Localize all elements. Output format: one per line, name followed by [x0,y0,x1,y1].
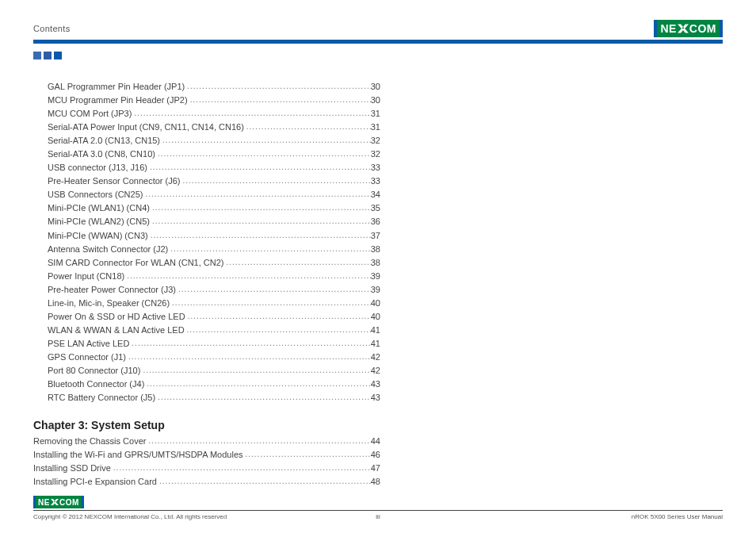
toc-page: 43 [371,391,380,405]
toc-line[interactable]: Power On & SSD or HD Active LED40 [48,310,380,324]
decor-squares [33,52,723,59]
toc-page: 30 [371,94,380,107]
toc-page: 37 [371,229,380,243]
toc-chapter-list: Removing the Chassis Cover44Installing t… [48,435,380,489]
toc-page: 39 [371,270,380,283]
toc-leader-dots [129,337,370,350]
toc-label: Mini-PCIe (WLAN1) (CN4) [48,201,150,215]
header: Contents NE COM [33,19,723,38]
toc-line[interactable]: Power Input (CN18)39 [48,270,380,283]
toc-label: Removing the Chassis Cover [33,435,146,448]
toc-leader-dots [181,174,371,187]
toc-line[interactable]: Serial-ATA Power Input (CN9, CN11, CN14,… [48,121,380,134]
toc-line[interactable]: Removing the Chassis Cover44 [33,435,380,448]
toc-line[interactable]: USB Connectors (CN25)34 [48,188,380,201]
logo-right: COM [689,22,716,35]
logo-x-icon [678,23,689,34]
chapter-heading: Chapter 3: System Setup [33,419,380,431]
toc-label: SIM CARD Connector For WLAN (CN1, CN2) [48,256,224,270]
toc-label: MCU COM Port (JP3) [48,107,132,121]
toc-line[interactable]: Mini-PCIe (WLAN2) (CN5)36 [48,215,380,228]
toc-leader-dots [148,229,371,242]
toc-label: Installing PCI-e Expansion Card [33,475,157,489]
toc-line[interactable]: WLAN & WWAN & LAN Active LED41 [48,324,380,337]
toc-page: 32 [371,148,380,161]
toc-page: 47 [371,462,380,475]
logo-text: NE COM [36,496,82,508]
toc-label: Serial-ATA Power Input (CN9, CN11, CN14,… [48,121,244,134]
toc-line[interactable]: GAL Programmer Pin Header (JP1) 30 [48,80,380,94]
header-rule [33,40,723,44]
decor-square [44,52,52,59]
toc-line[interactable]: Installing PCI-e Expansion Card48 [33,475,380,489]
toc-leader-dots [150,215,371,228]
toc-page: 36 [371,215,380,228]
footer-rule [33,510,723,511]
toc-line[interactable]: Mini-PCIe (WWAN) (CN3)37 [48,229,380,243]
toc-page: 44 [371,435,380,448]
toc-line[interactable]: Serial-ATA 3.0 (CN8, CN10)32 [48,148,380,161]
toc-page: 33 [371,174,380,188]
toc-page: 31 [371,121,380,134]
toc-label: WLAN & WWAN & LAN Active LED [48,324,185,337]
toc-line[interactable]: Serial-ATA 2.0 (CN13, CN15)32 [48,134,380,148]
toc-line[interactable]: MCU COM Port (JP3)31 [48,107,380,121]
toc-leader-dots [155,148,371,160]
toc-line[interactable]: MCU Programmer Pin Header (JP2)30 [48,94,380,107]
toc-leader-dots [168,243,371,255]
toc-label: Mini-PCIe (WWAN) (CN3) [48,229,148,243]
toc-leader-dots [111,462,371,474]
toc-line[interactable]: Mini-PCIe (WLAN1) (CN4)35 [48,201,380,215]
toc-label: Port 80 Connector (J10) [48,364,140,378]
toc-line[interactable]: PSE LAN Active LED 41 [48,337,380,351]
toc-page: 30 [371,80,380,94]
footer: NE COM Copyright © 2012 NEXCOM Internati… [33,496,723,520]
toc-line[interactable]: Installing SSD Drive47 [33,462,380,475]
toc-line[interactable]: Antenna Switch Connector (J2)38 [48,243,380,256]
brand-logo: NE COM [654,20,723,37]
toc-line[interactable]: Port 80 Connector (J10)42 [48,364,380,378]
decor-square [33,52,41,59]
toc-page: 38 [371,243,380,256]
toc-label: GPS Connector (J1) [48,351,126,364]
footer-row: Copyright © 2012 NEXCOM International Co… [33,513,723,520]
toc-label: Antenna Switch Connector (J2) [48,243,168,256]
toc-page: 40 [371,310,380,324]
toc-page: 48 [371,475,380,489]
toc-line[interactable]: Line-in, Mic-in, Speaker (CN26)40 [48,297,380,310]
toc-label: PSE LAN Active LED [48,337,129,351]
toc-leader-dots [224,256,371,269]
toc-line[interactable]: RTC Battery Connector (J5)43 [48,391,380,405]
toc-leader-dots [144,378,370,390]
toc-line[interactable]: Pre-Heater Sensor Connector (J6)33 [48,174,380,188]
toc-leader-dots [126,351,371,363]
toc-line[interactable]: USB connector (J13, J16) 33 [48,161,380,174]
toc-label: Serial-ATA 3.0 (CN8, CN10) [48,148,155,161]
toc-line[interactable]: SIM CARD Connector For WLAN (CN1, CN2)38 [48,256,380,270]
footer-logo: NE COM [33,496,723,508]
toc-content: GAL Programmer Pin Header (JP1) 30MCU Pr… [48,80,380,489]
toc-line[interactable]: Pre-heater Power Connector (J3)39 [48,283,380,297]
toc-line[interactable]: Installing the Wi-Fi and GPRS/UMTS/HSDPA… [33,448,380,462]
toc-leader-dots [146,435,370,447]
toc-label: MCU Programmer Pin Header (JP2) [48,94,188,107]
toc-leader-dots [170,297,371,309]
toc-leader-dots [150,201,371,214]
toc-page: 35 [371,201,380,215]
toc-page: 43 [371,378,380,391]
toc-label: Pre-Heater Sensor Connector (J6) [48,174,181,188]
toc-line[interactable]: Bluetooth Connector (J4)43 [48,378,380,391]
toc-label: Mini-PCIe (WLAN2) (CN5) [48,215,150,228]
toc-label: Power On & SSD or HD Active LED [48,310,185,324]
toc-label: Serial-ATA 2.0 (CN13, CN15) [48,134,160,148]
footer-doc-title: nROK 5X00 Series User Manual [632,513,723,520]
toc-label: USB Connectors (CN25) [48,188,143,201]
header-title: Contents [33,24,70,33]
toc-page: 41 [371,337,380,351]
toc-label: Installing the Wi-Fi and GPRS/UMTS/HSDPA… [33,448,243,462]
toc-label: Bluetooth Connector (J4) [48,378,144,391]
toc-line[interactable]: GPS Connector (J1)42 [48,351,380,364]
toc-leader-dots [155,391,371,404]
toc-leader-dots [244,121,371,133]
toc-leader-dots [188,94,371,106]
